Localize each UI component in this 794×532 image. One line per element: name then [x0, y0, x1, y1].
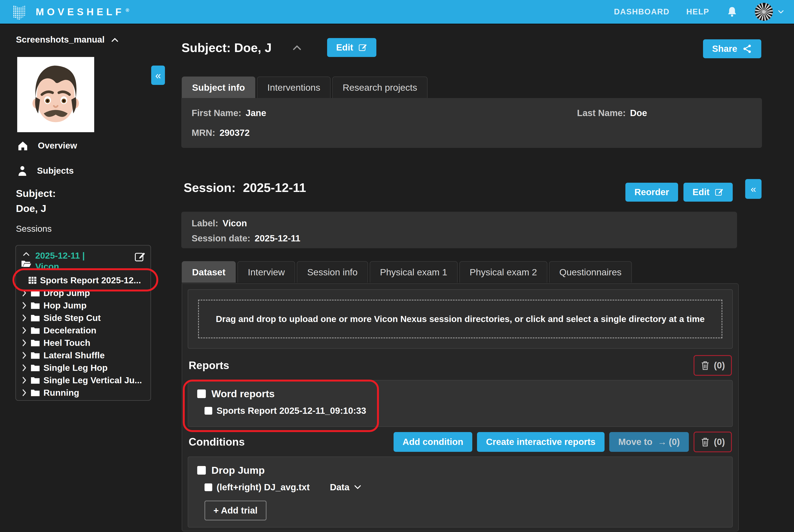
brand-name: MOVESHELF®	[36, 6, 129, 18]
tab-dataset[interactable]: Dataset	[182, 261, 236, 283]
session-info-panel: Label:Vicon Session date:2025-12-11	[181, 212, 737, 248]
folder-icon	[31, 376, 40, 384]
dataset-tab-content: Drag and drop to upload one or more Vico…	[182, 283, 739, 531]
sidebar-subject-heading: Subject: Doe, J	[16, 186, 56, 216]
folder-icon	[31, 314, 40, 322]
user-menu[interactable]	[755, 3, 784, 21]
tree-folder-side-step-cut[interactable]: Side Step Cut	[16, 312, 150, 324]
report-item-checkbox[interactable]	[204, 407, 212, 415]
tab-questionnaires[interactable]: Questionnaires	[549, 261, 632, 283]
chevron-right-icon[interactable]	[21, 364, 27, 372]
tree-folder-label: Drop Jump	[43, 288, 90, 298]
reorder-button[interactable]: Reorder	[625, 183, 678, 202]
sidebar-item-subjects[interactable]: Subjects	[17, 165, 74, 176]
reports-heading: Reports	[189, 359, 229, 372]
tree-folder-running[interactable]: Running	[16, 386, 150, 399]
edit-pencil-icon	[715, 188, 724, 197]
tree-folder-deceleration[interactable]: Deceleration	[16, 324, 150, 337]
condition-checkbox[interactable]	[197, 466, 206, 475]
nav-dashboard[interactable]: DASHBOARD	[614, 7, 670, 16]
chevron-right-icon[interactable]	[21, 351, 27, 359]
edit-session-icon[interactable]	[134, 251, 146, 263]
folder-icon	[31, 301, 40, 309]
tree-folder-label: Lateral Shuffle	[43, 350, 105, 360]
folder-icon	[31, 289, 40, 297]
tree-folder-hop-jump[interactable]: Hop Jump	[16, 299, 150, 312]
chevron-right-icon[interactable]	[21, 376, 27, 384]
tree-folder-drop-jump[interactable]: Drop Jump	[16, 287, 150, 299]
delete-reports-button[interactable]: (0)	[694, 355, 732, 376]
upload-dropzone[interactable]: Drag and drop to upload one or more Vico…	[188, 289, 733, 349]
word-reports-checkbox[interactable]	[197, 390, 206, 398]
chevron-up-icon	[111, 37, 119, 42]
conditions-heading: Conditions	[189, 436, 245, 448]
create-interactive-reports-button[interactable]: Create interactive reports	[477, 432, 605, 452]
add-trial-button[interactable]: + Add trial	[204, 501, 266, 520]
report-item-label[interactable]: Sports Report 2025-12-11_09:10:33	[217, 405, 366, 416]
nav-help[interactable]: HELP	[686, 7, 709, 16]
tree-folder-label: Side Step Cut	[43, 313, 101, 323]
sidebar-item-overview[interactable]: Overview	[17, 140, 77, 151]
tree-folder-label: Hop Jump	[43, 301, 87, 310]
tree-folder-lateral-shuffle[interactable]: Lateral Shuffle	[16, 349, 150, 362]
trial-label[interactable]: (left+right) DJ_avg.txt	[217, 482, 310, 492]
folder-icon	[31, 388, 40, 397]
brand[interactable]: MOVESHELF®	[10, 2, 129, 22]
chevron-right-icon[interactable]	[21, 314, 27, 322]
conditions-header-row: Conditions Add condition Create interact…	[189, 431, 732, 453]
tree-session-label[interactable]: 2025-12-11 | Vicon	[35, 250, 147, 273]
table-grid-icon	[28, 276, 37, 285]
chevron-right-icon[interactable]	[21, 339, 27, 347]
edit-session-button[interactable]: Edit	[683, 183, 733, 202]
notifications-bell-icon[interactable]	[726, 6, 738, 18]
collapse-left-icon: «	[751, 183, 756, 195]
reports-header-row: Reports (0)	[189, 355, 732, 376]
tab-physical-exam-2[interactable]: Physical exam 2	[459, 261, 547, 283]
tree-session-row[interactable]: 2025-12-11 | Vicon	[16, 248, 150, 274]
tab-physical-exam-1[interactable]: Physical exam 1	[370, 261, 458, 283]
session-title-value: 2025-12-11	[243, 180, 306, 195]
conditions-panel: Drop Jump (left+right) DJ_avg.txt Data +…	[188, 457, 733, 528]
chevron-right-icon[interactable]	[21, 289, 27, 297]
tab-interview[interactable]: Interview	[237, 261, 295, 283]
tree-folder-heel-touch[interactable]: Heel Touch	[16, 337, 150, 349]
condition-label: Drop Jump	[211, 464, 265, 476]
subject-photo	[17, 57, 94, 132]
move-to-button[interactable]: Move to →(0)	[609, 432, 689, 452]
registered-mark: ®	[126, 7, 129, 13]
edit-subject-button[interactable]: Edit	[327, 38, 376, 57]
tab-research-projects[interactable]: Research projects	[332, 77, 427, 98]
tab-interventions[interactable]: Interventions	[257, 77, 331, 98]
main-content: Subject: Doe, J Edit Share Subject info …	[181, 24, 794, 532]
tree-folder-single-leg-hop[interactable]: Single Leg Hop	[16, 362, 150, 374]
project-selector[interactable]: Screenshots_manual	[16, 35, 119, 45]
session-collapse-button[interactable]: «	[745, 179, 761, 199]
chevron-right-icon[interactable]	[21, 326, 27, 335]
session-tree: 2025-12-11 | Vicon Sports Report 2025-12…	[16, 245, 151, 401]
top-bar: MOVESHELF® DASHBOARD HELP	[0, 0, 794, 24]
word-reports-label: Word reports	[211, 388, 275, 400]
tree-folder-label: Single Leg Hop	[43, 363, 108, 373]
delete-conditions-button[interactable]: (0)	[694, 432, 732, 452]
chevron-right-icon[interactable]	[21, 388, 27, 397]
tab-subject-info[interactable]: Subject info	[182, 77, 255, 98]
chevron-right-icon[interactable]	[21, 301, 27, 309]
share-button[interactable]: Share	[703, 39, 761, 58]
tab-session-info[interactable]: Session info	[297, 261, 368, 283]
subject-header: Subject: Doe, J Edit	[182, 38, 376, 57]
tree-folder-single-leg-vertical-jump[interactable]: Single Leg Vertical Ju...	[16, 374, 150, 386]
user-avatar[interactable]	[755, 3, 773, 21]
subject-tabs: Subject info Interventions Research proj…	[182, 77, 427, 98]
data-dropdown[interactable]: Data	[330, 482, 362, 492]
tree-item-label: Sports Report 2025-12...	[40, 276, 141, 285]
add-condition-button[interactable]: Add condition	[393, 432, 472, 452]
trial-checkbox[interactable]	[204, 483, 212, 491]
trash-icon	[700, 437, 710, 447]
sidebar-collapse-button[interactable]: «	[151, 65, 165, 85]
arrow-right-icon: →	[658, 437, 667, 447]
project-name: Screenshots_manual	[16, 35, 105, 45]
chevron-up-icon[interactable]	[23, 251, 30, 256]
tree-item-sports-report[interactable]: Sports Report 2025-12...	[16, 274, 150, 287]
collapse-subject-icon[interactable]	[292, 44, 302, 51]
session-date-field: Session date:2025-12-11	[191, 233, 300, 244]
